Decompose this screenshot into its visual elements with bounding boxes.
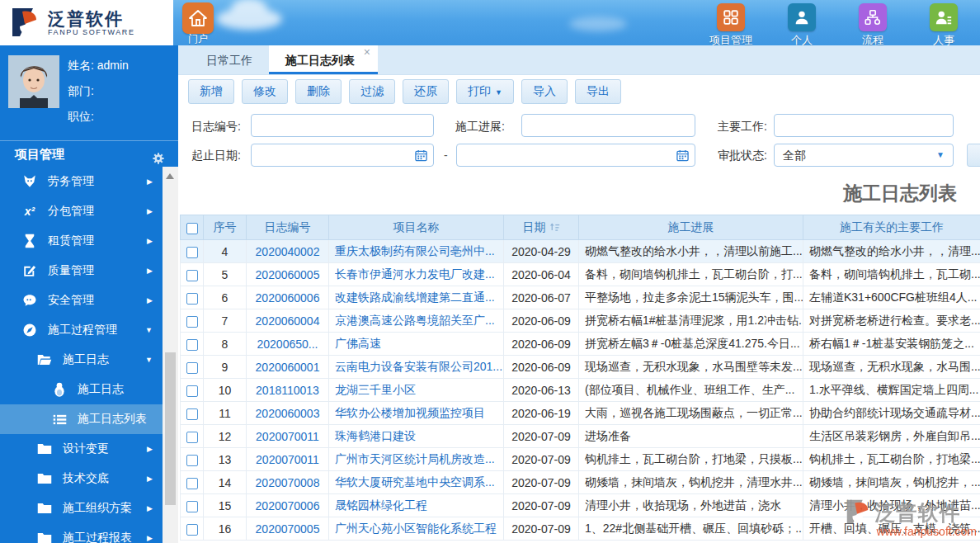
project-link[interactable]: 广佛高速 [335,337,381,350]
table-row[interactable]: 92020060001云南电力设备安装有限公司201...2020-06-09现… [181,356,980,379]
过滤-button[interactable]: 过滤 [349,79,395,104]
sidebar-item-施工过程管理[interactable]: 施工过程管理▼ [0,315,163,345]
scroll-up-arrow-icon[interactable] [166,173,174,179]
sidebar-scrollbar[interactable] [163,167,178,543]
calendar-icon[interactable] [415,149,427,164]
row-checkbox[interactable] [186,316,198,328]
tab-日常工作[interactable]: 日常工作 [190,45,269,74]
row-checkbox[interactable] [186,270,198,281]
project-link[interactable]: 华软大厦研究基地中央空调系... [335,475,495,489]
row-checkbox[interactable] [186,339,198,351]
row-checkbox[interactable] [186,385,198,397]
row-checkbox[interactable] [186,408,198,420]
row-no-cell: 13 [204,448,247,471]
log-no-link[interactable]: 2020070011 [256,430,319,443]
row-checkbox[interactable] [186,362,198,374]
log-no-link[interactable]: 2020060004 [256,314,320,328]
log-no-link[interactable]: 2020070011 [256,453,319,466]
row-checkbox[interactable] [186,455,198,466]
project-link[interactable]: 重庆太极制药有限公司亳州中... [335,244,495,257]
sidebar-item-租赁管理[interactable]: 租赁管理▶ [0,226,163,256]
project-link[interactable]: 珠海鹤港口建设 [335,429,416,442]
nav-item-person[interactable]: 个人 [775,3,828,48]
nav-item-people[interactable]: 人事 [917,3,970,48]
end-date-input[interactable] [456,144,695,167]
log-no-link[interactable]: 2020060001 [256,361,320,374]
sidebar-item-设计变更[interactable]: 设计变更▶ [0,434,163,464]
table-row[interactable]: 162020070005广州天心苑小区智能化系统工程2020-07-091、22… [181,517,980,541]
row-checkbox[interactable] [186,432,198,443]
table-row[interactable]: 112020060003华软办公楼增加视频监控项目2020-06-19大雨，巡视… [181,402,980,425]
project-link[interactable]: 京港澳高速公路粤境韶关至广... [335,314,495,327]
打印-button[interactable]: 打印▼ [456,79,514,104]
log-no-link[interactable]: 2020040002 [256,245,320,258]
新增-button[interactable]: 新增 [188,79,234,104]
sidebar-item-技术交底[interactable]: 技术交底▶ [0,464,163,493]
table-row[interactable]: 142020070008华软大厦研究基地中央空调系...2020-07-09砌矮… [181,471,980,494]
row-checkbox[interactable] [186,247,198,258]
table-row[interactable]: 102018110013龙湖三千里小区2020-06-13(部位项目、机械作业、… [181,379,980,402]
progress-input[interactable] [521,114,695,137]
sidebar-item-分包管理[interactable]: x²分包管理▶ [0,196,163,226]
status-select[interactable]: 全部 ▼ [774,144,954,167]
log-no-input[interactable] [251,114,434,137]
row-checkbox[interactable] [186,524,198,536]
table-row[interactable]: 72020060004京港澳高速公路粤境韶关至广...2020-06-09拼宽桥… [181,309,980,333]
project-link[interactable]: 云南电力设备安装有限公司201... [335,360,502,373]
table-row[interactable]: 52020060005长春市伊通河水力发电厂改建...2020-06-04备料，… [181,263,980,286]
log-no-link[interactable]: 2020060006 [256,291,320,305]
row-checkbox[interactable] [186,293,198,305]
table-row[interactable]: 132020070011广州市天河区统计局机房改造...2020-07-09钩机… [181,448,980,471]
导入-button[interactable]: 导入 [521,79,568,104]
table-row[interactable]: 152020070006晟铭园林绿化工程2020-07-09清理小井，收拾现场，… [181,494,980,517]
search-button[interactable] [967,144,980,167]
main-work-input[interactable] [774,114,954,137]
nav-item-flow[interactable]: 流程 [846,3,899,48]
project-link[interactable]: 龙湖三千里小区 [335,383,416,396]
nav-item-portal[interactable]: 门户 [180,2,216,45]
project-link[interactable]: 广州市天河区统计局机房改造... [335,452,495,465]
page-title: 施工日志列表 [178,181,980,206]
table-row[interactable]: 62020060006改建铁路成渝线增建第二直通...2020-06-07平整场… [181,286,980,309]
row-checkbox[interactable] [186,478,198,489]
还原-button[interactable]: 还原 [403,79,449,104]
log-no-link[interactable]: 2020070005 [256,522,320,536]
close-icon[interactable]: × [364,45,370,59]
row-checkbox[interactable] [186,501,198,512]
project-link[interactable]: 广州天心苑小区智能化系统工程 [335,522,497,535]
tab-施工日志列表[interactable]: 施工日志列表× [269,45,378,74]
table-row[interactable]: 820200650...广佛高速2020-06-09拼宽桥左幅3＃-0桩基总深度… [181,333,980,356]
删除-button[interactable]: 删除 [295,79,342,104]
sidebar-item-劳务管理[interactable]: 劳务管理▶ [0,167,163,196]
project-link[interactable]: 改建铁路成渝线增建第二直通... [335,290,495,304]
sidebar-item-label: 技术交底 [63,471,109,486]
sidebar-item-施工组织方案[interactable]: 施工组织方案▶ [0,493,163,523]
row-select-cell [181,471,204,494]
sidebar-item-施工日志[interactable]: 施工日志▼ [0,345,163,375]
修改-button[interactable]: 修改 [242,79,288,104]
select-all-checkbox[interactable] [186,223,198,234]
sidebar-item-施工日志[interactable]: 施工日志 [0,375,163,404]
sidebar-item-施工过程报表[interactable]: 施工过程报表▶ [0,523,163,543]
calendar-icon[interactable] [676,149,689,164]
导出-button[interactable]: 导出 [575,79,621,104]
project-link[interactable]: 长春市伊通河水力发电厂改建... [335,267,495,281]
table-row[interactable]: 122020070011珠海鹤港口建设2020-07-09进场准备生活区吊装彩钢… [181,425,980,448]
project-link[interactable]: 晟铭园林绿化工程 [335,498,427,512]
log-no-link[interactable]: 2018110013 [256,384,319,397]
log-no-link[interactable]: 2020070006 [256,499,320,512]
sidebar-item-施工日志列表[interactable]: 施工日志列表 [0,404,163,434]
sidebar-item-安全管理[interactable]: 安全管理▶ [0,286,163,315]
log-no-link[interactable]: 2020060005 [256,268,320,281]
project-link[interactable]: 华软办公楼增加视频监控项目 [335,406,485,419]
log-no-link[interactable]: 2020070008 [256,476,320,489]
nav-item-grid[interactable]: 项目管理 [704,3,757,48]
scrollbar-thumb[interactable] [165,352,176,505]
sidebar-item-质量管理[interactable]: 质量管理▶ [0,256,163,286]
log-no-link[interactable]: 2020060003 [256,407,320,420]
row-no-cell: 4 [204,240,247,263]
log-no-link[interactable]: 20200650... [257,338,318,351]
column-header-日期[interactable]: 日期 [504,215,579,240]
table-row[interactable]: 42020040002重庆太极制药有限公司亳州中...2020-04-29砌燃气… [181,240,980,263]
start-date-input[interactable] [251,144,434,167]
